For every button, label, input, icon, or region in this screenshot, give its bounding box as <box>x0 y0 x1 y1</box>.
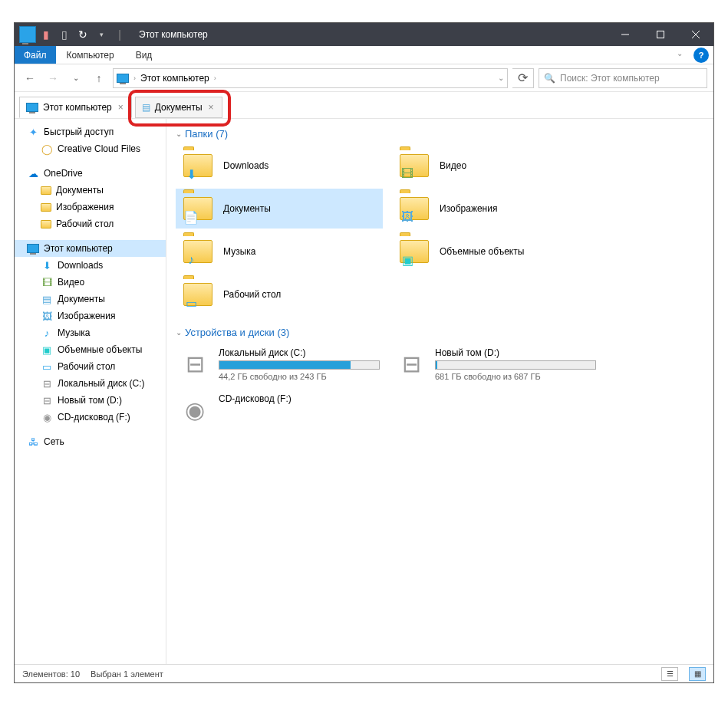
folder-item[interactable]: ▭ Рабочий стол <box>176 275 383 314</box>
cc-icon: ◯ <box>41 143 53 155</box>
sidebar-desktop[interactable]: ▭Рабочий стол <box>15 358 166 375</box>
folder-item[interactable]: 🎞 Видео <box>392 146 599 186</box>
ribbon-view-tab[interactable]: Вид <box>125 46 163 64</box>
folder-item[interactable]: ♪ Музыка <box>176 232 383 271</box>
group-drives-header[interactable]: ⌄ Устройства и диски (3) <box>176 327 704 338</box>
folder-item[interactable]: ▣ Объемные объекты <box>392 232 599 271</box>
drive-icon: ◉ <box>179 393 211 426</box>
sidebar-videos[interactable]: 🎞Видео <box>15 274 166 291</box>
address-segment[interactable]: Этот компьютер <box>140 73 209 84</box>
drive-freespace: 681 ГБ свободно из 687 ГБ <box>435 372 596 381</box>
ribbon-computer-tab[interactable]: Компьютер <box>56 46 125 64</box>
folder-label: Объемные объекты <box>440 246 524 257</box>
ribbon-expand-icon[interactable]: ⌄ <box>670 46 689 64</box>
content-pane: ⌄ Папки (7) ⬇ Downloads 🎞 Видео 📄 Докуме… <box>166 119 713 664</box>
drive-label: Локальный диск (C:) <box>219 347 380 358</box>
folder-icon: ▣ <box>398 235 430 268</box>
qat-undo-icon[interactable]: ↻ <box>74 26 91 43</box>
nav-recent-button[interactable]: ⌄ <box>67 69 85 87</box>
qat-newfolder-icon[interactable]: ▯ <box>56 26 73 43</box>
pc-icon <box>19 26 36 43</box>
folder-label: Документы <box>223 203 271 214</box>
maximize-button[interactable] <box>643 23 678 46</box>
drive-icon: ⊟ <box>41 377 53 390</box>
nav-forward-button[interactable]: → <box>44 69 62 87</box>
folder-icon <box>41 220 51 229</box>
folder-icon: ♪ <box>182 235 214 268</box>
tab-this-pc[interactable]: Этот компьютер × <box>19 97 132 118</box>
drive-freespace: 44,2 ГБ свободно из 243 ГБ <box>219 372 380 381</box>
sidebar-this-pc[interactable]: Этот компьютер <box>15 240 166 257</box>
sidebar-local-disk-c[interactable]: ⊟Локальный диск (C:) <box>15 375 166 392</box>
help-button[interactable]: ? <box>693 48 709 63</box>
drive-icon: ⊟ <box>395 347 427 380</box>
sidebar-new-volume-d[interactable]: ⊟Новый том (D:) <box>15 392 166 409</box>
sidebar-od-pictures[interactable]: Изображения <box>15 199 166 215</box>
tab-documents[interactable]: ▤ Документы × <box>135 97 222 118</box>
address-history-icon[interactable]: ⌄ <box>498 74 504 82</box>
folder-label: Музыка <box>223 246 255 257</box>
titlebar: ▮ ▯ ↻ ▾ | Этот компьютер <box>15 23 713 46</box>
sidebar-quick-access[interactable]: ✦Быстрый доступ <box>15 123 166 140</box>
pc-icon <box>27 244 39 253</box>
chevron-right-icon[interactable]: › <box>133 74 136 82</box>
minimize-button[interactable] <box>608 23 643 46</box>
search-placeholder: Поиск: Этот компьютер <box>560 73 660 84</box>
close-button[interactable] <box>678 23 713 46</box>
sidebar-cd-drive-f[interactable]: ◉CD-дисковод (F:) <box>15 409 166 426</box>
refresh-button[interactable]: ⟳ <box>512 68 534 88</box>
drive-icon: ⊟ <box>41 394 53 406</box>
tabs-row: Этот компьютер × ▤ Документы × <box>15 92 713 118</box>
drive-label: CD-дисковод (F:) <box>219 393 380 404</box>
status-selection: Выбран 1 элемент <box>91 669 163 679</box>
folder-item[interactable]: ⬇ Downloads <box>176 146 383 186</box>
ribbon-file-tab[interactable]: Файл <box>15 46 56 64</box>
view-details-button[interactable]: ☰ <box>661 667 678 681</box>
qat-dropdown-icon[interactable]: ▾ <box>93 26 110 43</box>
drive-item[interactable]: ◉ CD-дисковод (F:) <box>176 390 383 429</box>
sidebar-network[interactable]: 🖧Сеть <box>15 433 166 450</box>
folder-label: Изображения <box>440 203 497 214</box>
desktop-icon: ▭ <box>41 360 53 373</box>
folder-icon: 🎞 <box>398 150 430 182</box>
quick-access-toolbar: ▮ ▯ ↻ ▾ | <box>15 26 133 43</box>
tab-close-icon[interactable]: × <box>117 102 125 113</box>
sidebar-od-documents[interactable]: Документы <box>15 182 166 199</box>
sidebar-music[interactable]: ♪Музыка <box>15 324 166 341</box>
pc-icon <box>26 103 38 112</box>
sidebar-creative-cloud[interactable]: ◯Creative Cloud Files <box>15 140 166 157</box>
sidebar-downloads[interactable]: ⬇Downloads <box>15 257 166 274</box>
download-icon: ⬇ <box>41 259 53 271</box>
tab-label: Документы <box>155 102 203 113</box>
folder-label: Downloads <box>223 160 268 171</box>
sidebar-od-desktop[interactable]: Рабочий стол <box>15 215 166 232</box>
sidebar-3d-objects[interactable]: ▣Объемные объекты <box>15 341 166 358</box>
folder-item[interactable]: 📄 Документы <box>176 189 383 229</box>
drive-item[interactable]: ⊟ Новый том (D:) 681 ГБ свободно из 687 … <box>392 344 599 384</box>
chevron-right-icon[interactable]: › <box>214 74 216 82</box>
nav-up-button[interactable]: ↑ <box>90 69 108 87</box>
sidebar-pictures[interactable]: 🖼Изображения <box>15 307 166 324</box>
tab-close-icon[interactable]: × <box>207 102 216 113</box>
folder-item[interactable]: 🖼 Изображения <box>392 189 599 229</box>
group-folders-header[interactable]: ⌄ Папки (7) <box>176 128 704 140</box>
status-item-count: Элементов: 10 <box>22 669 80 679</box>
search-box[interactable]: 🔍 Поиск: Этот компьютер <box>539 68 707 88</box>
status-bar: Элементов: 10 Выбран 1 элемент ☰ ▦ <box>15 664 713 682</box>
nav-back-button[interactable]: ← <box>21 69 39 87</box>
video-icon: 🎞 <box>41 276 53 288</box>
folder-icon: ▭ <box>182 278 214 311</box>
address-bar[interactable]: › Этот компьютер › ⌄ <box>113 68 508 88</box>
folder-label: Рабочий стол <box>223 289 281 300</box>
view-tiles-button[interactable]: ▦ <box>689 667 706 681</box>
drive-label: Новый том (D:) <box>435 347 596 358</box>
folder-icon: ⬇ <box>182 150 214 182</box>
sidebar-onedrive[interactable]: ☁OneDrive <box>15 165 166 182</box>
sidebar-documents[interactable]: ▤Документы <box>15 291 166 307</box>
document-icon: ▤ <box>142 102 150 113</box>
network-icon: 🖧 <box>27 436 39 448</box>
qat-properties-icon[interactable]: ▮ <box>38 26 54 43</box>
onedrive-icon: ☁ <box>27 167 39 179</box>
drive-item[interactable]: ⊟ Локальный диск (C:) 44,2 ГБ свободно и… <box>176 344 383 384</box>
drive-capacity-bar <box>435 360 596 370</box>
